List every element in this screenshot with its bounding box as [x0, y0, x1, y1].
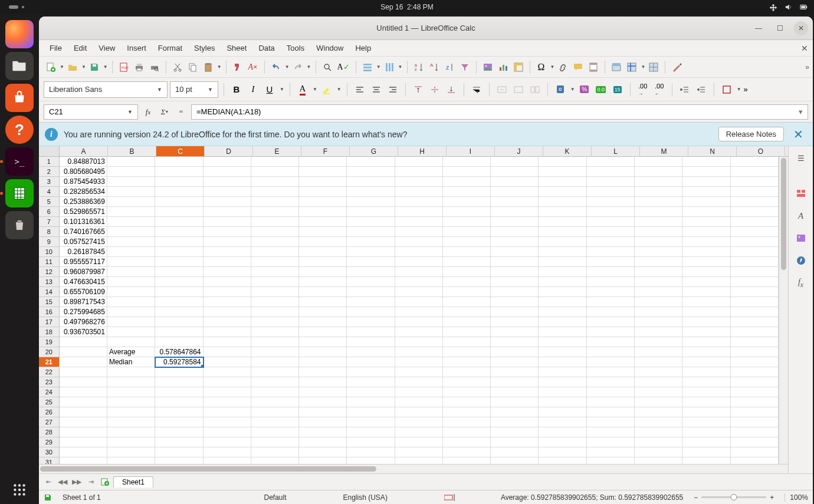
cell[interactable]	[635, 437, 682, 447]
status-insert-mode[interactable]	[444, 494, 456, 501]
row-header[interactable]: 16	[39, 307, 60, 317]
cell[interactable]	[251, 417, 299, 427]
cell[interactable]	[491, 337, 539, 347]
cell[interactable]	[395, 377, 443, 387]
fmtbar-overflow[interactable]: »	[744, 85, 748, 94]
column-header[interactable]: G	[350, 146, 398, 156]
cell[interactable]	[299, 157, 347, 167]
cell[interactable]	[682, 247, 730, 257]
menu-help[interactable]: Help	[349, 41, 377, 55]
cell[interactable]	[539, 377, 586, 387]
cell[interactable]	[587, 187, 635, 197]
cell[interactable]	[395, 297, 443, 307]
cell[interactable]	[251, 377, 299, 387]
cell[interactable]	[395, 177, 443, 187]
define-range-button[interactable]	[609, 60, 623, 75]
spreadsheet-grid[interactable]: ABCDEFGHIJKLMNO 10.8488701320.8056804953…	[39, 146, 788, 473]
unmerge-button[interactable]	[528, 82, 542, 97]
cell[interactable]	[107, 317, 155, 327]
cell[interactable]	[155, 257, 203, 267]
cell[interactable]	[107, 207, 155, 217]
cell[interactable]	[587, 227, 635, 237]
cell[interactable]	[587, 207, 635, 217]
cell[interactable]	[395, 437, 443, 447]
sidebar-gallery-icon[interactable]	[793, 230, 809, 246]
cell[interactable]	[299, 407, 347, 417]
cell[interactable]	[539, 347, 586, 357]
cell[interactable]	[155, 377, 203, 387]
cell[interactable]	[635, 397, 682, 407]
cell[interactable]	[395, 207, 443, 217]
cell[interactable]	[155, 407, 203, 417]
cell[interactable]	[107, 377, 155, 387]
cell[interactable]	[635, 247, 682, 257]
cell[interactable]	[587, 447, 635, 457]
cell[interactable]	[204, 207, 251, 217]
cell[interactable]	[299, 237, 347, 247]
column-header[interactable]: J	[495, 146, 543, 156]
cell[interactable]	[204, 437, 251, 447]
cell[interactable]	[635, 357, 682, 367]
cell[interactable]	[635, 407, 682, 417]
cell[interactable]	[155, 397, 203, 407]
cell[interactable]	[299, 377, 347, 387]
cell[interactable]	[731, 217, 779, 227]
cell[interactable]	[299, 317, 347, 327]
cell[interactable]	[731, 187, 779, 197]
cell[interactable]	[107, 337, 155, 347]
paste-button[interactable]	[201, 60, 215, 75]
row-header[interactable]: 29	[39, 437, 60, 447]
cell[interactable]	[395, 357, 443, 367]
cell[interactable]	[731, 357, 779, 367]
cell[interactable]	[60, 337, 107, 347]
freeze-button[interactable]	[625, 60, 639, 75]
cell[interactable]	[299, 447, 347, 457]
volume-icon[interactable]	[785, 3, 793, 11]
cell[interactable]	[204, 417, 251, 427]
cell[interactable]	[682, 197, 730, 207]
cell[interactable]	[347, 287, 395, 297]
cell[interactable]	[443, 227, 491, 237]
menu-styles[interactable]: Styles	[188, 41, 221, 55]
cell[interactable]	[443, 237, 491, 247]
cell[interactable]	[587, 457, 635, 464]
row-header[interactable]: 22	[39, 367, 60, 377]
cell[interactable]	[682, 207, 730, 217]
cell[interactable]	[635, 277, 682, 287]
cell[interactable]	[731, 457, 779, 464]
cell[interactable]	[443, 277, 491, 287]
row-header[interactable]: 2	[39, 167, 60, 177]
cell[interactable]	[731, 297, 779, 307]
cell[interactable]	[347, 207, 395, 217]
cell[interactable]	[107, 297, 155, 307]
cell[interactable]	[635, 457, 682, 464]
cell[interactable]: 0.875454933	[60, 177, 107, 187]
export-pdf-button[interactable]: PDF	[117, 60, 131, 75]
cell[interactable]	[251, 177, 299, 187]
cell[interactable]	[347, 447, 395, 457]
cell[interactable]	[347, 377, 395, 387]
clone-formatting-button[interactable]	[231, 60, 245, 75]
cell[interactable]	[635, 337, 682, 347]
cell[interactable]	[731, 157, 779, 167]
cell[interactable]	[107, 437, 155, 447]
cell[interactable]	[539, 307, 586, 317]
cell[interactable]	[587, 347, 635, 357]
cell[interactable]	[107, 287, 155, 297]
formula-input[interactable]: =MEDIAN(A1:A18)▾	[191, 104, 808, 120]
cell[interactable]	[299, 297, 347, 307]
cell[interactable]	[539, 317, 586, 327]
sort-desc-button[interactable]: A	[427, 60, 441, 75]
spellcheck-button[interactable]: A✓	[336, 60, 352, 75]
cell[interactable]	[539, 327, 586, 337]
cell[interactable]	[347, 157, 395, 167]
undo-button[interactable]	[269, 60, 283, 75]
cell[interactable]	[107, 167, 155, 177]
cell[interactable]	[587, 197, 635, 207]
cell[interactable]	[587, 177, 635, 187]
cell[interactable]	[204, 267, 251, 277]
split-window-button[interactable]	[646, 60, 661, 75]
add-sheet-button[interactable]	[99, 477, 111, 487]
headers-footers-button[interactable]	[586, 60, 600, 75]
cell[interactable]	[251, 357, 299, 367]
